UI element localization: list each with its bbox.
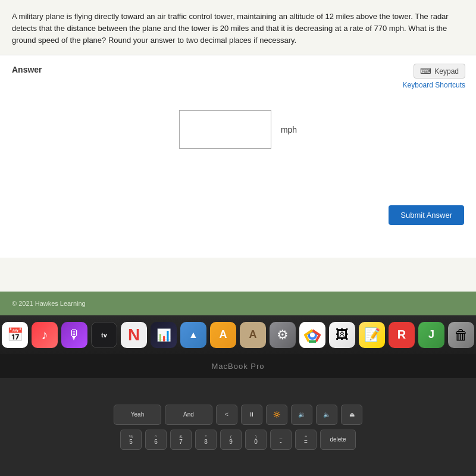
dock: 📅 ♪ 🎙 tv N 📊 ▲ A A ⚙ 🖼 📝 R J 🗑 — [0, 315, 476, 354]
keyboard-shortcuts-link[interactable]: Keyboard Shortcuts — [403, 81, 465, 89]
key-9[interactable]: ( 9 — [220, 430, 242, 450]
dock-icon-photos[interactable]: 🖼 — [329, 322, 355, 348]
key-lt[interactable]: < — [216, 405, 237, 425]
dock-icon-stocks[interactable]: 📊 — [151, 322, 177, 348]
dock-icon-stickies[interactable]: 📝 — [359, 322, 385, 348]
key-eject[interactable]: ⏏ — [341, 405, 362, 425]
key-delete[interactable]: delete — [320, 430, 356, 450]
unit-label: mph — [281, 125, 297, 134]
footer-copyright: © 2021 Hawkes Learning — [12, 300, 86, 307]
webpage: A military plane is flying directly towa… — [0, 0, 476, 315]
key-brightness[interactable]: 🔆 — [266, 405, 287, 425]
dock-icon-podcasts[interactable]: 🎙 — [61, 322, 87, 348]
dock-icon-pages[interactable]: A — [210, 322, 236, 348]
key-8[interactable]: * 8 — [195, 430, 217, 450]
key-7-bottom: 7 — [179, 439, 183, 445]
key-vol-mute-label: 🔈 — [323, 412, 330, 418]
dock-icon-settings[interactable]: ⚙ — [270, 322, 296, 348]
dock-icon-keynote[interactable]: ▲ — [180, 322, 206, 348]
dock-icon-news[interactable]: N — [121, 322, 147, 348]
key-0-bottom: 0 — [254, 439, 258, 445]
key-minus-bottom: - — [280, 439, 281, 445]
macbook-label: MacBook Pro — [211, 362, 264, 371]
key-7[interactable]: & 7 — [170, 430, 192, 450]
key-and[interactable]: And — [165, 405, 212, 425]
keypad-button[interactable]: ⌨ Keypad — [414, 64, 465, 79]
submit-button[interactable]: Submit Answer — [389, 205, 464, 225]
key-yeah-label: Yeah — [131, 412, 144, 418]
keyboard-row-1: Yeah And < ⏸ 🔆 🔉 🔈 ⏏ — [114, 405, 362, 425]
key-0[interactable]: ) 0 — [245, 430, 267, 450]
key-play[interactable]: ⏸ — [241, 405, 262, 425]
key-8-bottom: 8 — [204, 439, 208, 445]
problem-section: A military plane is flying directly towa… — [0, 0, 476, 55]
macbook-label-area: MacBook Pro — [0, 354, 476, 378]
key-brightness-label: 🔆 — [273, 412, 280, 418]
problem-text: A military plane is flying directly towa… — [12, 11, 464, 46]
key-eject-label: ⏏ — [349, 412, 355, 418]
key-minus[interactable]: _ - — [270, 430, 292, 450]
dock-icon-trash[interactable]: 🗑 — [448, 322, 474, 348]
answer-input[interactable] — [179, 110, 271, 149]
key-6-bottom: 6 — [154, 439, 158, 445]
submit-area: Submit Answer — [389, 205, 464, 225]
svg-point-1 — [310, 333, 315, 337]
tools-area: ⌨ Keypad Keyboard Shortcuts — [403, 64, 465, 89]
webpage-footer: © 2021 Hawkes Learning — [0, 292, 476, 315]
key-vol-down[interactable]: 🔉 — [291, 405, 312, 425]
answer-label: Answer — [12, 65, 464, 74]
keypad-icon: ⌨ — [420, 67, 431, 76]
dock-icon-calendar[interactable]: 📅 — [2, 322, 28, 348]
keyboard-row-2: % 5 ^ 6 & 7 * 8 ( 9 ) 0 _ - + = — [120, 430, 356, 450]
keypad-label: Keypad — [434, 67, 459, 76]
key-6[interactable]: ^ 6 — [145, 430, 167, 450]
key-equals[interactable]: + = — [295, 430, 317, 450]
dock-icon-music[interactable]: ♪ — [32, 322, 58, 348]
key-lt-label: < — [225, 412, 228, 418]
key-and-label: And — [183, 412, 194, 418]
answer-section: Answer ⌨ Keypad Keyboard Shortcuts mph S… — [0, 55, 476, 258]
dock-icon-chrome[interactable] — [299, 322, 325, 348]
key-yeah[interactable]: Yeah — [114, 405, 161, 425]
key-play-label: ⏸ — [249, 412, 255, 418]
key-9-bottom: 9 — [229, 439, 233, 445]
input-area: mph — [12, 110, 464, 149]
dock-icon-java[interactable]: J — [418, 322, 444, 348]
dock-icon-roblox[interactable]: R — [389, 322, 415, 348]
laptop-screen: A military plane is flying directly towa… — [0, 0, 476, 315]
key-5-bottom: 5 — [129, 439, 133, 445]
key-vol-mute[interactable]: 🔈 — [316, 405, 337, 425]
dock-icon-script[interactable]: A — [240, 322, 266, 348]
key-vol-down-label: 🔉 — [298, 412, 305, 418]
keyboard: Yeah And < ⏸ 🔆 🔉 🔈 ⏏ % 5 ^ 6 — [0, 378, 476, 476]
key-delete-label: delete — [330, 437, 346, 443]
key-equals-bottom: = — [304, 439, 308, 445]
dock-icon-appletv[interactable]: tv — [91, 322, 117, 348]
key-5[interactable]: % 5 — [120, 430, 142, 450]
